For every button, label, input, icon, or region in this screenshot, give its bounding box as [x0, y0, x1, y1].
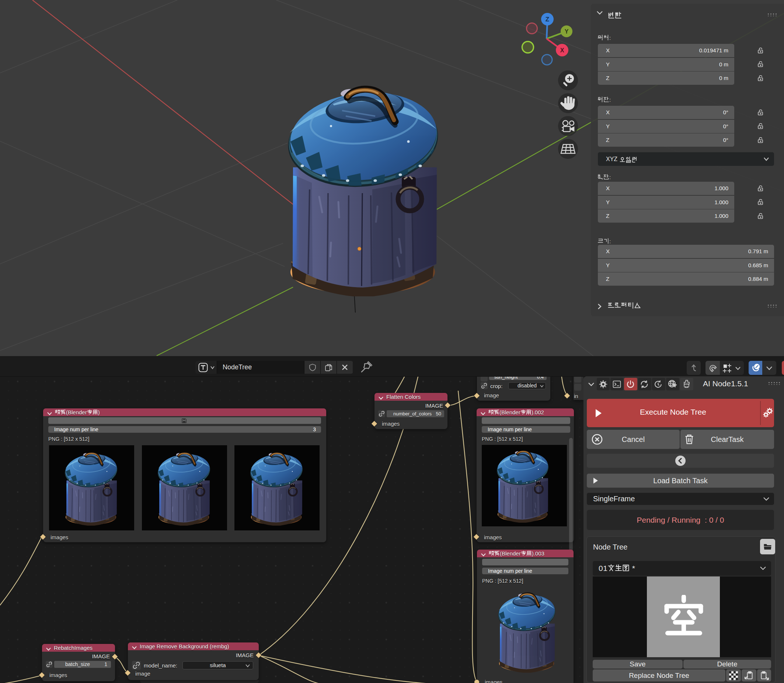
svg-text:Y: Y — [565, 28, 569, 35]
svg-text:Z: Z — [545, 16, 549, 23]
svg-text:X: X — [560, 47, 564, 53]
